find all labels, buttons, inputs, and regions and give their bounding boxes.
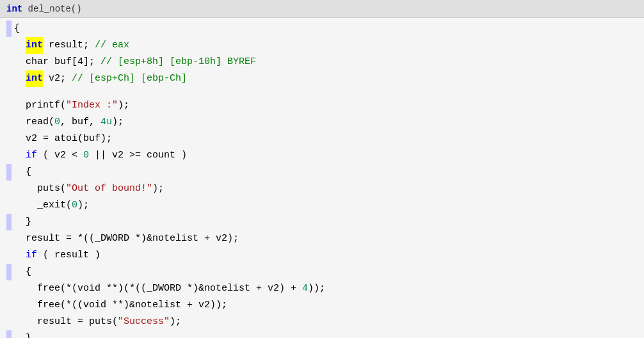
line-printf: printf( "Index :" );	[0, 97, 644, 114]
left-bar-4	[6, 264, 12, 280]
title-bar: int del_note()	[0, 0, 644, 18]
line-exit: _exit( 0 );	[0, 197, 644, 214]
line-buf-decl: char buf[4]; // [esp+8h] [ebp-10h] BYREF	[0, 54, 644, 70]
code-container: { int result; // eax char buf[4]; // [es…	[0, 18, 644, 338]
line-if1: if ( v2 < 0 || v2 >= count )	[0, 147, 644, 164]
line-puts-bound: puts( "Out of bound!" );	[0, 181, 644, 197]
line-empty	[0, 87, 644, 97]
line-free1: free(*(void **)(*((_DWORD *)&notelist + …	[0, 280, 644, 297]
line-read: read( 0 , buf, 4u );	[0, 114, 644, 131]
title-rest: del_note()	[22, 4, 81, 14]
line-result-puts: result = puts( "Success" );	[0, 314, 644, 330]
line-result-assign: result = *((_DWORD *)&notelist + v2);	[0, 230, 644, 247]
line-if2: if ( result )	[0, 247, 644, 264]
line-brace-close2: }	[0, 330, 644, 338]
line-open-brace: {	[0, 20, 644, 37]
line-brace-open1: {	[0, 164, 644, 181]
line-brace-open2: {	[0, 264, 644, 280]
left-bar-2	[6, 164, 12, 181]
left-bar-3	[6, 214, 12, 230]
keyword-int-1: int	[26, 37, 43, 54]
line-free2: free(*((void **)&notelist + v2));	[0, 297, 644, 314]
left-bar-5	[6, 330, 12, 338]
keyword-int-2: int	[26, 70, 43, 87]
line-v2-decl: int v2; // [esp+Ch] [ebp-Ch]	[0, 70, 644, 87]
line-v2-atoi: v2 = atoi(buf);	[0, 131, 644, 147]
line-result-decl: int result; // eax	[0, 37, 644, 54]
line-brace-close1: }	[0, 214, 644, 230]
left-bar	[6, 20, 12, 37]
title-keyword: int	[6, 4, 22, 14]
